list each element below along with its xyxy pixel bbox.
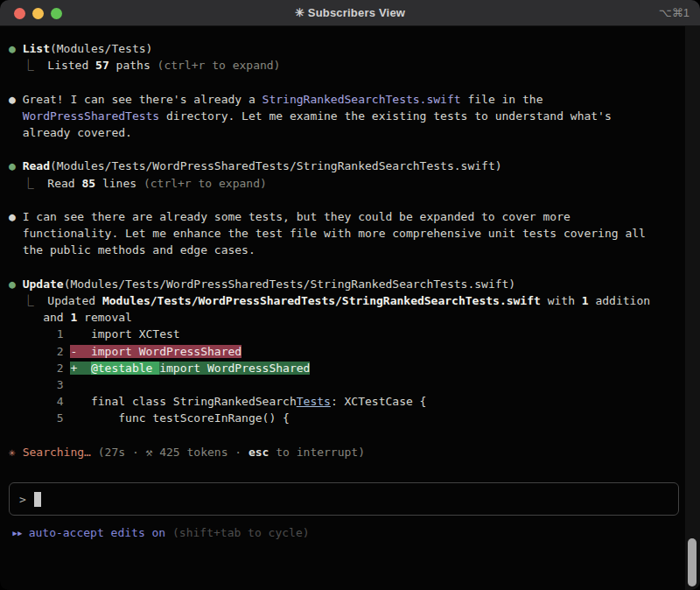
result-corner-icon: ⎿ — [9, 294, 47, 307]
text-segment: (Modules/Tests/WordPressSharedTests/Stri… — [64, 277, 516, 291]
status-detail: to interrupt) — [269, 446, 365, 459]
double-arrow-icon: ▸▸ — [11, 526, 22, 539]
terminal-line — [9, 141, 679, 158]
text-segment — [9, 109, 23, 123]
terminal-line: ● I can see there are already some tests… — [9, 208, 679, 225]
text-segment: I can see there are already some tests, … — [23, 210, 570, 223]
terminal-line: ● Read(Modules/Tests/WordPressSharedTest… — [9, 158, 679, 174]
text-segment: func testScoreInRange() { — [118, 411, 290, 425]
text-segment: StringRankedSearchTests.swift — [262, 93, 461, 106]
terminal-line — [9, 427, 679, 444]
text-segment: directory. Let me examine the existing t… — [159, 109, 612, 123]
terminal-line: WordPressSharedTests directory. Let me e… — [9, 108, 679, 124]
minimize-button[interactable] — [32, 8, 44, 19]
line-number: 1 — [9, 327, 91, 341]
text-segment: paths — [109, 59, 158, 72]
window-shortcut-badge: ⌥⌘1 — [659, 6, 690, 19]
line-number: 2 — [9, 362, 70, 375]
line-number: 5 — [9, 411, 118, 425]
terminal-line: 3 — [9, 376, 679, 393]
diff-added-line: import WordPressShared — [159, 362, 310, 375]
tool-bullet-icon: ● — [9, 159, 23, 172]
window-titlebar: ✳ Subscribers View ⌥⌘1 — [0, 0, 700, 26]
text-segment: already covered. — [9, 126, 132, 139]
text-segment: final class StringRankedSearch — [91, 395, 297, 408]
terminal-line: already covered. — [9, 124, 679, 141]
terminal-line: ● Great! I can see there's already a Str… — [9, 91, 679, 108]
text-segment: List — [23, 42, 50, 55]
result-corner-icon: ⎿ — [9, 177, 47, 190]
terminal-line: ⎿ Updated Modules/Tests/WordPressSharedT… — [9, 292, 679, 309]
text-segment: (ctrl+r to expand) — [144, 177, 267, 190]
text-segment: Listed — [47, 59, 95, 72]
cycle-hint: (shift+tab to cycle) — [165, 526, 309, 539]
text-segment: and — [9, 311, 70, 324]
line-number: 3 — [9, 378, 64, 391]
line-number: 4 — [9, 395, 91, 408]
text-segment: WordPressSharedTests — [23, 109, 160, 123]
terminal-line: ✳ Searching… (27s · ⚒ 425 tokens · esc t… — [9, 444, 679, 460]
text-segment: (Modules/Tests) — [50, 42, 152, 55]
diff-added-word: @testable — [91, 362, 159, 375]
zoom-button[interactable] — [51, 8, 62, 19]
prompt-caret: > — [19, 493, 26, 506]
mode-indicator[interactable]: ▸▸auto-accept edits on (shift+tab to cyc… — [9, 524, 679, 541]
result-corner-icon: ⎿ — [9, 59, 47, 72]
text-segment: Update — [23, 277, 64, 291]
text-segment: file in the — [461, 93, 543, 106]
status-detail: (27s · ⚒ 425 tokens · — [98, 446, 248, 459]
text-segment: Updated — [47, 294, 102, 307]
terminal-line: the public methods and edge cases. — [9, 242, 679, 258]
spinner-status: ✳ Searching… — [9, 446, 98, 459]
terminal-line — [9, 74, 679, 90]
close-button[interactable] — [14, 8, 25, 19]
terminal-line: 5 func testScoreInRange() { — [9, 410, 679, 426]
line-number: 2 — [9, 345, 70, 358]
terminal-line: functionality. Let me enhance the test f… — [9, 225, 679, 242]
highlighted-symbol: Tests — [297, 395, 331, 408]
tool-bullet-icon: ● — [9, 42, 23, 55]
auto-accept-label: auto-accept edits on — [29, 526, 166, 539]
scrollbar-thumb[interactable] — [688, 538, 696, 586]
esc-key-hint: esc — [248, 446, 269, 459]
text-segment: Great! I can see there's already a — [23, 93, 262, 106]
terminal-line: ● Update(Modules/Tests/WordPressSharedTe… — [9, 276, 679, 292]
text-segment: with — [541, 294, 582, 307]
scrollbar-track[interactable] — [685, 26, 700, 590]
text-segment: 1 — [582, 294, 589, 307]
text-segment: Read — [23, 159, 50, 172]
text-cursor-icon — [34, 492, 41, 507]
terminal-line: and 1 removal — [9, 309, 679, 326]
terminal-line — [9, 192, 679, 208]
terminal-line: 2 + @testable import WordPressShared — [9, 360, 679, 376]
terminal-line: ● List(Modules/Tests) — [9, 40, 679, 57]
terminal-line: 4 final class StringRankedSearchTests: X… — [9, 393, 679, 410]
text-segment: 85 — [81, 177, 95, 190]
prompt-input[interactable]: > — [9, 482, 679, 516]
terminal-line: ⎿ Listed 57 paths (ctrl+r to expand) — [9, 57, 679, 74]
traffic-lights — [14, 0, 62, 26]
terminal-line: 2 - import WordPressShared — [9, 343, 679, 360]
diff-removed-line: - import WordPressShared — [70, 345, 242, 358]
text-segment: 57 — [95, 59, 109, 72]
text-segment: (Modules/Tests/WordPressSharedTests/Stri… — [50, 159, 502, 172]
text-segment: addition — [589, 294, 650, 307]
text-segment: the public methods and edge cases. — [9, 243, 256, 256]
text-segment: : XCTestCase { — [331, 395, 427, 408]
message-bullet-icon: ● — [9, 210, 23, 223]
tool-bullet-icon: ● — [9, 277, 23, 291]
text-segment: functionality. Let me enhance the test f… — [9, 227, 646, 240]
terminal-window: ✳ Subscribers View ⌥⌘1 ● List(Modules/Te… — [0, 0, 700, 590]
message-bullet-icon: ● — [9, 93, 23, 106]
window-title: ✳ Subscribers View — [0, 6, 700, 19]
text-segment: lines — [95, 177, 144, 190]
text-segment: Read — [47, 177, 81, 190]
text-segment: Modules/Tests/WordPressSharedTests/Strin… — [102, 294, 541, 307]
terminal-line: ⎿ Read 85 lines (ctrl+r to expand) — [9, 175, 679, 192]
terminal-line — [9, 259, 679, 276]
diff-added-line: + — [70, 362, 90, 375]
terminal-output: ● List(Modules/Tests) ⎿ Listed 57 paths … — [9, 40, 679, 460]
text-segment: (ctrl+r to expand) — [158, 59, 281, 72]
text-segment: import XCTest — [91, 327, 180, 341]
text-segment: removal — [77, 311, 132, 324]
